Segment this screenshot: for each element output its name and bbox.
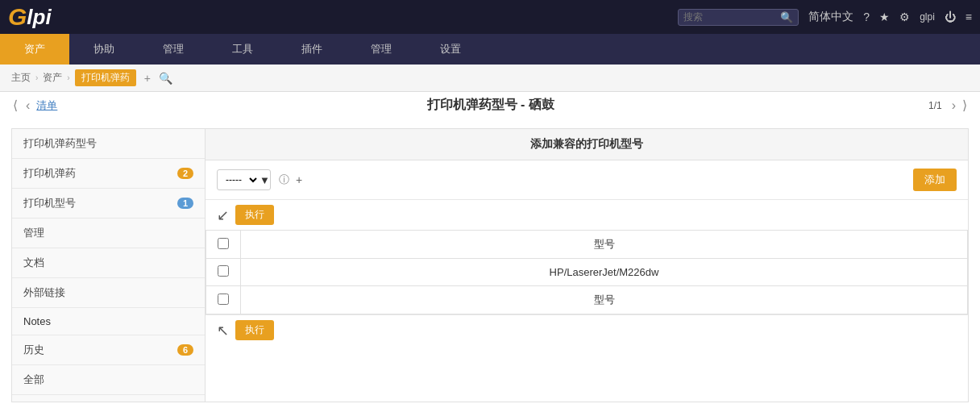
sidebar-item-cartridge[interactable]: 打印机弹药 2 [12, 159, 205, 189]
sidebar-label-manage: 管理 [23, 226, 44, 240]
list-link[interactable]: 清单 [36, 98, 57, 113]
breadcrumb-assets[interactable]: 资产 [43, 71, 62, 85]
menu-icon[interactable]: ≡ [965, 10, 972, 23]
sidebar-badge-printer-model: 1 [177, 198, 193, 209]
table-cell-model-2: HP/LasererJet/M226dw [241, 259, 968, 286]
execute-button-top[interactable]: 执行 [235, 205, 274, 225]
logo[interactable]: G lpi [8, 3, 52, 31]
table-cell-model-3: 型号 [241, 286, 968, 314]
sidebar: 打印机弹药型号 打印机弹药 2 打印机型号 1 管理 文档 外部链接 Notes [11, 128, 205, 402]
table-checkbox-2[interactable] [206, 259, 241, 286]
lang-selector[interactable]: 简体中文 [808, 10, 853, 24]
logo-rest: lpi [27, 5, 51, 30]
content-header: 添加兼容的打印机型号 [206, 129, 968, 160]
page-title: 打印机弹药型号 - 硒鼓 [57, 97, 924, 114]
model-select[interactable]: ----- [218, 170, 260, 189]
power-icon[interactable]: ⏻ [945, 10, 956, 23]
sidebar-badge-cartridge: 2 [177, 168, 193, 179]
prev-page-btn[interactable]: ‹ [24, 98, 31, 113]
sidebar-item-external-links[interactable]: 外部链接 [12, 278, 205, 308]
nav-item-plugins[interactable]: 插件 [277, 34, 347, 65]
sidebar-item-printer-model[interactable]: 打印机型号 1 [12, 189, 205, 219]
table-actions-bottom: ↖ 执行 [206, 314, 968, 345]
plus-icon[interactable]: + [296, 173, 302, 186]
breadcrumb-add-icon[interactable]: + [144, 72, 151, 85]
nav-item-admin[interactable]: 管理 [347, 34, 416, 65]
last-page-btn[interactable]: ⟩ [961, 98, 969, 113]
sidebar-label-cartridge-type: 打印机弹药型号 [23, 136, 97, 151]
nav-bar: 资产 协助 管理 工具 插件 管理 设置 [0, 34, 980, 65]
breadcrumb: 主页 › 资产 › 打印机弹药 + 🔍 [0, 65, 980, 92]
breadcrumb-sep2: › [67, 73, 69, 82]
breadcrumb-home[interactable]: 主页 [11, 71, 31, 85]
table-row: 型号 [206, 286, 968, 314]
sidebar-label-all: 全部 [23, 373, 44, 387]
data-table: 型号 HP/LasererJet/M226dw 型号 [206, 230, 968, 314]
nav-item-manage[interactable]: 管理 [139, 34, 208, 65]
model-select-wrap: ----- ▼ [217, 169, 271, 190]
info-icon[interactable]: ⓘ [279, 173, 289, 187]
sidebar-item-cartridge-type[interactable]: 打印机弹药型号 [12, 129, 205, 159]
breadcrumb-current: 打印机弹药 [75, 69, 136, 86]
sidebar-item-docs[interactable]: 文档 [12, 248, 205, 278]
table-actions-top: ↙ 执行 [206, 199, 968, 230]
sidebar-label-docs: 文档 [23, 256, 44, 270]
add-button[interactable]: 添加 [913, 169, 957, 191]
username[interactable]: glpi [920, 11, 935, 23]
table-row: HP/LasererJet/M226dw [206, 259, 968, 286]
breadcrumb-search-icon[interactable]: 🔍 [159, 72, 172, 85]
star-icon[interactable]: ★ [879, 10, 890, 23]
sidebar-item-manage[interactable]: 管理 [12, 219, 205, 248]
execute-button-bottom[interactable]: 执行 [235, 320, 274, 340]
arrow-up-icon: ↖ [217, 322, 229, 339]
select-dropdown-icon: ▼ [260, 174, 270, 186]
sidebar-item-all[interactable]: 全部 [12, 365, 205, 395]
sidebar-badge-history: 6 [177, 344, 193, 356]
search-input[interactable] [683, 11, 780, 23]
next-page-btn[interactable]: › [950, 98, 957, 113]
first-page-btn[interactable]: ⟨ [11, 98, 19, 113]
sidebar-label-printer-model: 打印机型号 [23, 196, 76, 210]
nav-item-settings[interactable]: 设置 [416, 34, 485, 65]
page-info: 1/1 [928, 100, 942, 111]
main-content: 打印机弹药型号 打印机弹药 2 打印机型号 1 管理 文档 外部链接 Notes [0, 120, 980, 408]
content-area: 添加兼容的打印机型号 ----- ▼ ⓘ + 添加 ↙ 执行 [205, 128, 969, 402]
nav-item-assets[interactable]: 资产 [0, 34, 69, 65]
content-toolbar: ----- ▼ ⓘ + 添加 [206, 160, 968, 199]
gear-icon[interactable]: ⚙ [899, 10, 910, 23]
sidebar-item-history[interactable]: 历史 6 [12, 335, 205, 365]
sidebar-item-notes[interactable]: Notes [12, 308, 205, 335]
table-cell-model-1: 型号 [241, 231, 968, 259]
question-icon[interactable]: ? [863, 10, 870, 23]
nav-item-assist[interactable]: 协助 [69, 34, 139, 65]
table-checkbox-3[interactable] [206, 286, 241, 314]
sidebar-label-external-links: 外部链接 [23, 285, 65, 300]
logo-g: G [8, 3, 27, 31]
pagination-row: ⟨ ‹ 清单 打印机弹药型号 - 硒鼓 1/1 › ⟩ [0, 92, 980, 120]
table-row: 型号 [206, 231, 968, 259]
nav-item-tools[interactable]: 工具 [208, 34, 277, 65]
sidebar-label-history: 历史 [23, 343, 44, 357]
search-box: 🔍 [678, 9, 799, 26]
table-checkbox-1[interactable] [206, 231, 241, 259]
sidebar-label-notes: Notes [23, 315, 51, 327]
search-icon[interactable]: 🔍 [780, 11, 793, 23]
breadcrumb-sep1: › [35, 73, 38, 82]
sidebar-label-cartridge: 打印机弹药 [23, 166, 76, 181]
arrow-down-icon: ↙ [217, 206, 229, 224]
